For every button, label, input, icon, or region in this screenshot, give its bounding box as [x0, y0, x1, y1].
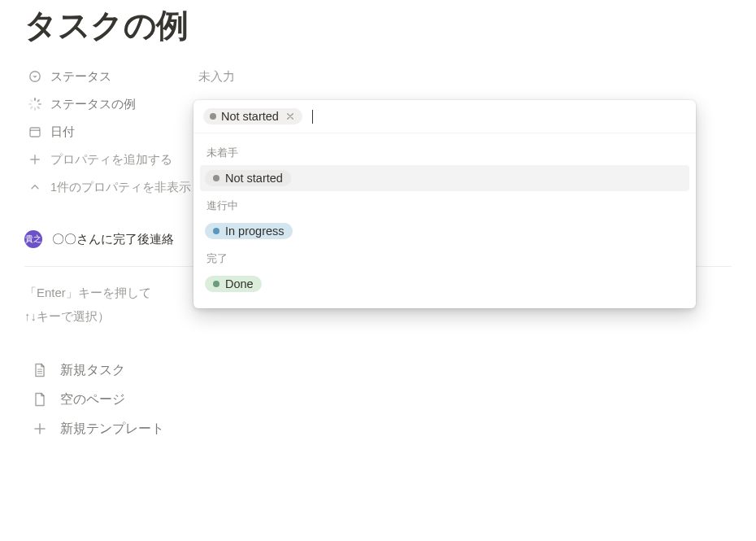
- create-empty-page-label: 空のページ: [60, 391, 125, 408]
- status-option-done[interactable]: Done: [200, 271, 689, 297]
- status-dot-icon: [213, 281, 219, 287]
- selected-status-chip[interactable]: Not started: [203, 108, 302, 124]
- add-property-label: プロパティを追加する: [50, 152, 172, 168]
- page-title[interactable]: タスクの例: [24, 3, 732, 48]
- hide-properties-label: 1件のプロパティを非表示: [50, 180, 191, 195]
- create-new-task[interactable]: 新規タスク: [24, 356, 732, 385]
- status-dot-icon: [213, 175, 219, 181]
- loading-spinner-icon: [28, 97, 42, 111]
- plus-icon: [31, 420, 49, 438]
- status-option-in-progress[interactable]: In progress: [200, 218, 689, 244]
- group-header-done: 完了: [200, 244, 689, 271]
- group-header-not-started: 未着手: [200, 138, 689, 165]
- property-status-example[interactable]: ステータスの例: [24, 90, 195, 118]
- page-lines-icon: [31, 361, 49, 379]
- property-status-value[interactable]: 未入力: [195, 63, 732, 90]
- status-dropdown-input-row[interactable]: Not started: [193, 100, 696, 133]
- property-status-label: ステータス: [50, 69, 111, 85]
- status-dropdown[interactable]: Not started 未着手 Not started 進行中 In progr…: [193, 100, 696, 308]
- status-option-in-progress-label: In progress: [225, 225, 285, 238]
- avatar: 貴之: [24, 230, 42, 248]
- chevron-up-icon: [28, 180, 42, 194]
- property-date-label: 日付: [50, 124, 75, 140]
- property-date[interactable]: 日付: [24, 118, 195, 146]
- status-dropdown-icon: [28, 69, 42, 84]
- calendar-icon: [28, 124, 42, 139]
- status-option-not-started[interactable]: Not started: [200, 165, 689, 191]
- hide-properties-button[interactable]: 1件のプロパティを非表示: [24, 173, 195, 201]
- property-status-example-label: ステータスの例: [50, 97, 136, 112]
- chip-remove-button[interactable]: [285, 111, 296, 122]
- property-status[interactable]: ステータス: [24, 63, 195, 90]
- plus-icon: [28, 152, 42, 167]
- status-option-done-label: Done: [225, 277, 254, 290]
- svg-rect-1: [30, 128, 40, 137]
- group-header-in-progress: 進行中: [200, 191, 689, 218]
- page-icon: [31, 390, 49, 408]
- status-dot-icon: [213, 228, 219, 234]
- create-new-template[interactable]: 新規テンプレート: [24, 414, 732, 443]
- status-option-not-started-label: Not started: [225, 172, 283, 185]
- create-new-task-label: 新規タスク: [60, 362, 125, 379]
- add-property-button[interactable]: プロパティを追加する: [24, 146, 195, 173]
- create-empty-page[interactable]: 空のページ: [24, 385, 732, 414]
- text-cursor: [312, 110, 313, 124]
- selected-status-chip-label: Not started: [221, 110, 279, 123]
- create-new-template-label: 新規テンプレート: [60, 421, 164, 438]
- relation-text: 〇〇さんに完了後連絡: [52, 232, 174, 247]
- status-dot-icon: [210, 113, 216, 120]
